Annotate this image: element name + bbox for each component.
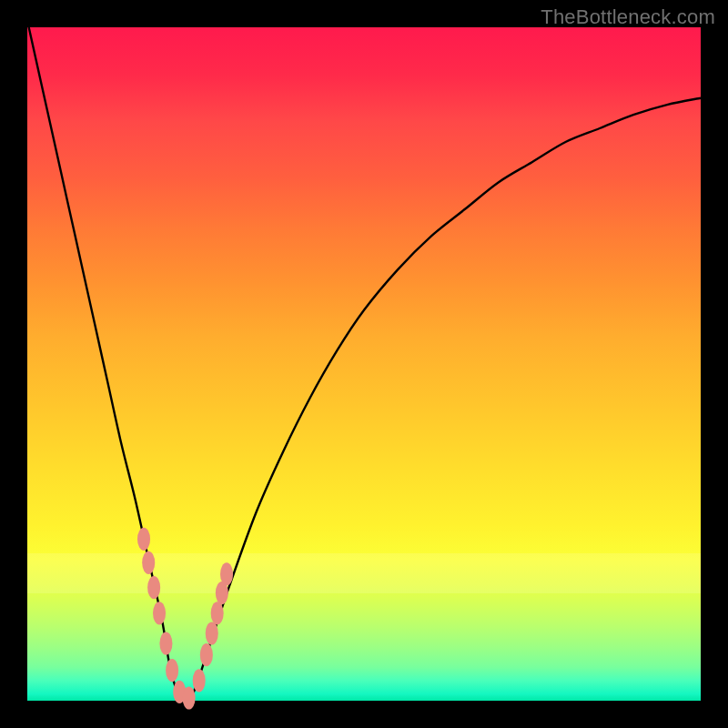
- marker-point: [142, 551, 155, 574]
- bottleneck-curve: [27, 21, 701, 703]
- marker-point: [193, 669, 206, 692]
- curve-svg: [27, 27, 701, 701]
- marker-point: [147, 576, 160, 599]
- marker-point: [153, 602, 166, 624]
- marker-point: [166, 659, 178, 682]
- marker-point: [200, 643, 213, 666]
- marker-point: [183, 686, 196, 709]
- plot-area: [27, 27, 701, 701]
- outer-frame: TheBottleneck.com: [0, 0, 728, 728]
- marker-group: [137, 528, 233, 710]
- marker-point: [220, 562, 233, 585]
- marker-point: [137, 528, 150, 551]
- marker-point: [159, 632, 172, 655]
- marker-point: [211, 602, 224, 624]
- watermark-text: TheBottleneck.com: [541, 5, 715, 29]
- marker-point: [206, 622, 218, 644]
